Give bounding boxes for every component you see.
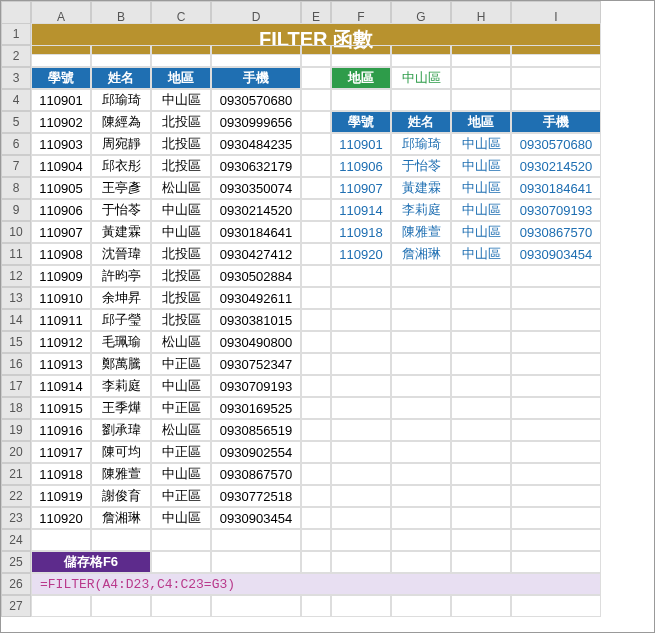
empty-cell[interactable] [391,265,451,287]
data-id[interactable]: 110910 [31,287,91,309]
data-phone[interactable]: 0930570680 [211,89,301,111]
empty-cell[interactable] [511,485,601,507]
empty-cell[interactable] [451,353,511,375]
filt-region[interactable]: 中山區 [451,133,511,155]
empty-cell[interactable] [331,265,391,287]
empty-cell[interactable] [451,331,511,353]
data-phone[interactable]: 0930856519 [211,419,301,441]
data-region[interactable]: 北投區 [151,243,211,265]
data-name[interactable]: 陳經為 [91,111,151,133]
data-name[interactable]: 詹湘琳 [91,507,151,529]
data-name[interactable]: 陳可均 [91,441,151,463]
empty-cell[interactable] [301,265,331,287]
row-header[interactable]: 10 [1,221,31,243]
data-phone[interactable]: 0930867570 [211,463,301,485]
empty-cell[interactable] [391,441,451,463]
empty-cell[interactable] [301,221,331,243]
empty-cell[interactable] [391,397,451,419]
empty-cell[interactable] [91,45,151,67]
empty-cell[interactable] [511,595,601,617]
empty-cell[interactable] [451,397,511,419]
row-header[interactable]: 5 [1,111,31,133]
data-name[interactable]: 王季燁 [91,397,151,419]
data-phone[interactable]: 0930350074 [211,177,301,199]
data-phone[interactable]: 0930427412 [211,243,301,265]
data-region[interactable]: 松山區 [151,419,211,441]
filt-id[interactable]: 110907 [331,177,391,199]
empty-cell[interactable] [301,551,331,573]
data-name[interactable]: 毛珮瑜 [91,331,151,353]
empty-cell[interactable] [391,309,451,331]
data-id[interactable]: 110901 [31,89,91,111]
filt-region[interactable]: 中山區 [451,243,511,265]
empty-cell[interactable] [301,419,331,441]
data-phone[interactable]: 0930709193 [211,375,301,397]
empty-cell[interactable] [451,529,511,551]
row-header[interactable]: 6 [1,133,31,155]
data-region[interactable]: 中山區 [151,463,211,485]
empty-cell[interactable] [91,529,151,551]
empty-cell[interactable] [91,595,151,617]
empty-cell[interactable] [391,507,451,529]
data-phone[interactable]: 0930632179 [211,155,301,177]
data-id[interactable]: 110916 [31,419,91,441]
data-region[interactable]: 中山區 [151,375,211,397]
row-header[interactable]: 18 [1,397,31,419]
empty-cell[interactable] [331,45,391,67]
row-header[interactable]: 7 [1,155,31,177]
empty-cell[interactable] [211,595,301,617]
data-name[interactable]: 謝俊育 [91,485,151,507]
empty-cell[interactable] [301,331,331,353]
empty-cell[interactable] [301,397,331,419]
empty-cell[interactable] [511,265,601,287]
filter-value[interactable]: 中山區 [391,67,451,89]
data-phone[interactable]: 0930752347 [211,353,301,375]
empty-cell[interactable] [451,89,511,111]
empty-cell[interactable] [301,441,331,463]
data-region[interactable]: 中山區 [151,89,211,111]
empty-cell[interactable] [301,287,331,309]
row-header[interactable]: 9 [1,199,31,221]
empty-cell[interactable] [511,331,601,353]
row-header[interactable]: 23 [1,507,31,529]
empty-cell[interactable] [301,529,331,551]
empty-cell[interactable] [511,353,601,375]
data-phone[interactable]: 0930484235 [211,133,301,155]
empty-cell[interactable] [391,287,451,309]
empty-cell[interactable] [211,529,301,551]
empty-cell[interactable] [331,331,391,353]
row-header[interactable]: 1 [1,23,31,45]
filt-phone[interactable]: 0930867570 [511,221,601,243]
filt-id[interactable]: 110920 [331,243,391,265]
filt-name[interactable]: 陳雅萱 [391,221,451,243]
empty-cell[interactable] [451,419,511,441]
row-header[interactable]: 2 [1,45,31,67]
data-phone[interactable]: 0930184641 [211,221,301,243]
empty-cell[interactable] [511,67,601,89]
empty-cell[interactable] [451,507,511,529]
filt-name[interactable]: 李莉庭 [391,199,451,221]
empty-cell[interactable] [301,595,331,617]
empty-cell[interactable] [391,89,451,111]
data-phone[interactable]: 0930214520 [211,199,301,221]
empty-cell[interactable] [511,89,601,111]
row-header[interactable]: 11 [1,243,31,265]
data-id[interactable]: 110904 [31,155,91,177]
data-id[interactable]: 110907 [31,221,91,243]
data-region[interactable]: 中正區 [151,397,211,419]
row-header[interactable]: 14 [1,309,31,331]
data-phone[interactable]: 0930502884 [211,265,301,287]
data-region[interactable]: 北投區 [151,111,211,133]
data-phone[interactable]: 0930903454 [211,507,301,529]
filt-id[interactable]: 110901 [331,133,391,155]
empty-cell[interactable] [391,529,451,551]
empty-cell[interactable] [451,551,511,573]
empty-cell[interactable] [511,463,601,485]
empty-cell[interactable] [391,375,451,397]
data-region[interactable]: 北投區 [151,287,211,309]
empty-cell[interactable] [211,45,301,67]
row-header[interactable]: 27 [1,595,31,617]
data-id[interactable]: 110915 [31,397,91,419]
empty-cell[interactable] [451,595,511,617]
data-region[interactable]: 北投區 [151,155,211,177]
